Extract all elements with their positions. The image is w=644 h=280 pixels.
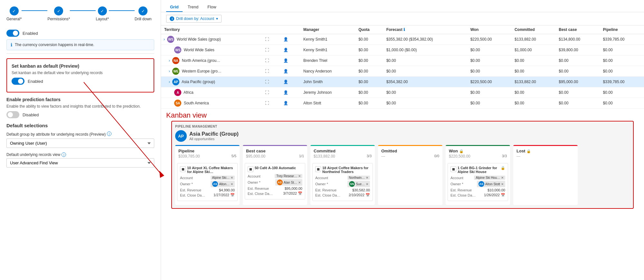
tab-grid[interactable]: Grid [166,3,183,12]
td-territory-4: › AP Asia Pacific (group) [161,77,262,87]
enabled-toggle-1[interactable] [6,30,19,37]
td-bestcase-2: $0.00 [555,55,600,66]
td-link-5[interactable]: ⛶ [262,87,280,98]
step-layout[interactable]: ✓ Layout* [96,6,109,21]
td-edit-5[interactable]: 👤 [280,87,300,98]
table-area: Territory Manager Quota Forecast ℹ Won C… [161,25,644,109]
kanban-card: ▦ 18 Airpot Coffee Makers for Northwind … [312,163,373,201]
td-committed-0: $133,882.00 [511,34,555,45]
table-header-row: Territory Manager Quota Forecast ℹ Won C… [161,25,644,34]
top-tabs: Grid Trend Flow [161,0,644,12]
td-bestcase-5: $0.00 [555,87,600,98]
td-committed-1: $1,000.00 [511,45,555,55]
td-quota-6: $0.00 [355,98,383,109]
col-body-omitted [378,161,442,165]
lock-icon: 🔒 [501,166,505,170]
td-edit-6[interactable]: 👤 [280,98,300,109]
expand-icon[interactable]: › [169,80,170,84]
td-pipeline-2: $0.00 [600,55,644,66]
main-container: ✓ General* ✓ Permissions* ✓ Layout* ✓ Dr… [0,0,644,280]
td-committed-5: $0.00 [511,87,555,98]
td-won-1: $0.00 [467,45,511,55]
group-by-label: Default group by attribute for underlyin… [6,131,154,137]
td-link-4[interactable]: ⛶ [262,77,280,87]
table-row: › AP Asia Pacific (group) ⛶ 👤 John Smith… [161,77,644,87]
card-field-owner: Owner * SN Sue… ✕ [315,181,370,187]
td-quota-3: $0.00 [355,66,383,77]
tab-flow[interactable]: Flow [204,3,220,12]
td-forecast-0: $355,382.00 ($354,382.00) [383,34,467,45]
td-pipeline-6: $0.00 [600,98,644,109]
td-edit-3[interactable]: 👤 [280,66,300,77]
col-title-bestcase: Best case [246,149,304,153]
td-manager-1: Kenny Smith1 [300,45,355,55]
td-territory-0: › WS World Wide Sales (group) [161,34,262,45]
group-by-info-icon: i [107,131,111,136]
toggle-slider-1 [6,30,19,37]
th-link [262,25,280,34]
card-icon: ▦ [248,166,253,172]
group-by-select[interactable]: Owning User (User) [6,139,154,148]
td-won-4: $220,500.00 [467,77,511,87]
prediction-toggle[interactable] [6,111,19,118]
group-subtitle: All opportunities [189,137,239,141]
card-icon: ▦ [450,166,456,172]
td-manager-5: Jeremy Johnson [300,87,355,98]
calendar-icon[interactable]: 📅 [365,193,370,197]
col-header-lost: Lost 🔒 --- [513,145,578,161]
td-edit-1[interactable]: 👤 [280,45,300,55]
td-territory-1: WS World Wide Sales [161,45,262,55]
card-field-owner: Owner * AS Alton Stott ✕ [450,181,505,187]
drill-down-button[interactable]: ℹ Drill down by: Account ▾ [166,15,222,23]
th-edit [280,25,300,34]
td-forecast-5: $0.00 [383,87,467,98]
td-manager-6: Alton Stott [300,98,355,109]
td-link-1[interactable]: ⛶ [262,45,280,55]
calendar-icon[interactable]: 📅 [501,193,505,197]
view-field: Default underlying records view i User A… [6,152,154,168]
kanban-toggle-label: Enabled [28,79,43,84]
expand-icon[interactable]: › [164,37,165,42]
col-header-bestcase: Best case $95,000.00 1/1 [243,145,307,161]
step-general[interactable]: ✓ General* [6,6,22,21]
td-edit-2[interactable]: 👤 [280,55,300,66]
step-permissions[interactable]: ✓ Permissions* [47,6,70,21]
td-bestcase-0: $134,800.00 [555,34,600,45]
col-title-omitted: Omitted [381,149,439,153]
card-field-closedate: Est. Close Da… 1/26/2022 📅 [450,193,505,197]
step-drilldown[interactable]: ✓ Drill down [135,6,152,21]
td-manager-0: Kenny Smith1 [300,34,355,45]
col-stats-won: $220,500.00 3/3 [449,154,507,159]
td-link-6[interactable]: ⛶ [262,98,280,109]
kanban-columns: Pipeline $339,785.00 5/5 ▦ 10 Airpot XL … [175,145,630,205]
td-link-3[interactable]: ⛶ [262,66,280,77]
step-circle-permissions: ✓ [54,6,63,15]
step-connector-2 [70,10,96,11]
td-bestcase-3: $0.00 [555,66,600,77]
calendar-icon[interactable]: 📅 [230,193,235,197]
group-title: Asia Pacific (Group) [189,131,239,137]
tab-trend[interactable]: Trend [184,3,202,12]
calendar-icon[interactable]: 📅 [298,191,302,195]
kanban-toggle[interactable] [12,78,24,85]
td-edit-0[interactable]: 👤 [280,34,300,45]
prediction-toggle-label: Disabled [23,112,39,117]
card-field-account: Account Alpine Ski… ✕ [180,176,235,180]
card-field-account: Account Alpine Ski Hou… ✕ [450,176,505,180]
col-body-pipeline: ▦ 10 Airpot XL Coffee Makers for Alpine … [175,161,240,205]
td-quota-1: $0.00 [355,45,383,55]
drill-icon: ℹ [170,16,174,21]
td-link-2[interactable]: ⛶ [262,55,280,66]
col-lock-icon: 🔒 [459,149,464,153]
step-label-layout: Layout* [96,17,109,21]
expand-icon[interactable]: › [169,58,170,63]
td-won-3: $0.00 [467,66,511,77]
prediction-section: Enable prediction factors Enable the abi… [6,97,154,118]
td-link-0[interactable]: ⛶ [262,34,280,45]
td-quota-2: $0.00 [355,55,383,66]
left-panel: ✓ General* ✓ Permissions* ✓ Layout* ✓ Dr… [0,0,161,280]
td-pipeline-3: $0.00 [600,66,644,77]
expand-icon[interactable]: › [169,69,170,73]
view-select[interactable]: User Advanced Find View [6,158,154,168]
td-edit-4[interactable]: 👤 [280,77,300,87]
